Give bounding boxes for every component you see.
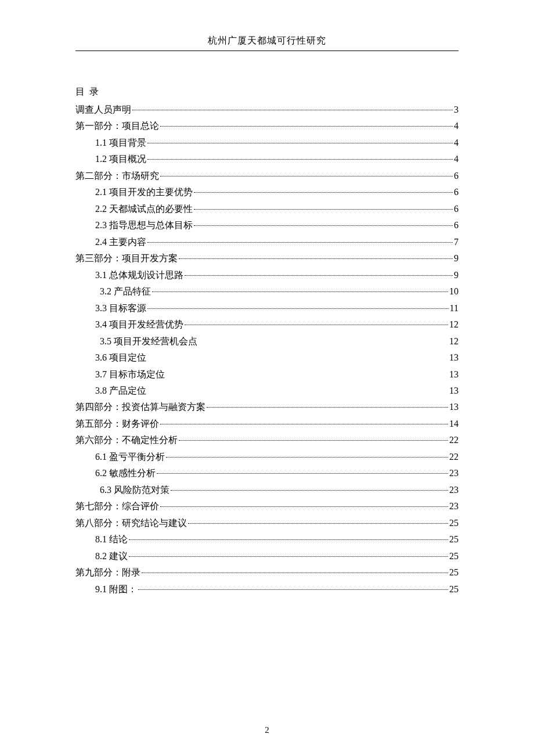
page-number: 2 [0,725,534,735]
toc-entry-label: 2.3 指导思想与总体目标 [95,217,193,233]
toc-entry: 第四部分：投资估算与融资方案13 [75,399,459,415]
toc-entry: 3.1 总体规划设计思路9 [75,267,459,283]
toc-leader-dots [188,523,448,524]
toc-entry-page: 25 [449,531,459,548]
toc-entry: 调查人员声明3 [75,102,459,118]
toc-leader-dots [194,192,453,193]
toc-entry-page: 25 [449,548,459,564]
table-of-contents: 调查人员声明3第一部分：项目总论41.1 项目背景41.2 项目概况4第二部分：… [75,102,459,597]
toc-entry-page: 4 [454,151,459,167]
toc-entry-page: 25 [449,564,459,581]
toc-entry: 9.1 附图：25 [75,581,459,597]
toc-entry-page: 12 [449,316,459,333]
toc-entry-page: 6 [454,201,459,217]
toc-entry-label: 2.1 项目开发的主要优势 [95,184,193,200]
toc-leader-dots [147,159,453,160]
toc-leader-dots [129,556,448,557]
toc-entry: 2.1 项目开发的主要优势6 [75,184,459,200]
toc-entry-page: 6 [454,217,459,233]
toc-entry-label: 6.1 盈亏平衡分析 [95,449,165,465]
toc-entry-label: 3.2 产品特征 [100,283,151,300]
toc-entry-label: 第四部分：投资估算与融资方案 [75,399,205,415]
toc-entry-label: 9.1 附图： [95,581,137,597]
toc-leader-dots [147,143,453,143]
toc-entry-page: 23 [449,498,459,514]
page-content: 杭州广厦天都城可行性研究 目 录 调查人员声明3第一部分：项目总论41.1 项目… [0,0,534,597]
toc-entry-label: 2.2 天都城试点的必要性 [95,201,193,217]
toc-entry-page: 25 [449,515,459,531]
toc-entry: 3.5 项目开发经营机会点12 [75,333,459,350]
toc-leader-dots [166,457,448,458]
toc-entry-page: 13 [449,399,459,415]
toc-entry-page: 6 [454,184,459,200]
toc-leader-dots [185,325,448,325]
toc-entry-label: 3.7 目标市场定位 [95,366,165,383]
running-header: 杭州广厦天都城可行性研究 [75,35,459,51]
toc-entry-label: 1.1 项目背景 [95,135,146,151]
toc-leader-dots [207,407,448,408]
toc-entry-label: 第二部分：市场研究 [75,168,159,184]
toc-entry-label: 第六部分：不确定性分析 [75,432,178,448]
toc-entry-label: 6.2 敏感性分析 [95,465,156,481]
toc-leader-dots [147,308,449,309]
toc-entry-label: 3.8 产品定位 [95,383,146,399]
toc-leader-dots [152,291,448,292]
toc-entry: 第三部分：项目开发方案9 [75,250,459,267]
toc-leader-dots [160,176,453,177]
toc-entry: 6.2 敏感性分析23 [75,465,459,481]
toc-entry: 3.2 产品特征10 [75,283,459,300]
toc-leader-dots [160,506,448,507]
toc-entry-page: 10 [449,283,459,300]
toc-entry: 3.6 项目定位13 [75,350,459,366]
toc-entry-label: 第八部分：研究结论与建议 [75,515,187,531]
toc-entry-label: 3.4 项目开发经营优势 [95,316,183,333]
toc-entry-page: 6 [454,168,459,184]
toc-entry-page: 9 [454,250,459,267]
toc-leader-dots [147,242,453,243]
toc-heading: 目 录 [75,86,459,98]
toc-entry-page: 22 [449,432,459,448]
toc-entry-label: 第一部分：项目总论 [75,118,159,134]
toc-entry-page: 3 [454,102,459,118]
toc-leader-dots [179,440,448,441]
toc-entry: 第七部分：综合评价23 [75,498,459,514]
toc-entry: 3.8 产品定位13 [75,383,459,399]
toc-entry-label: 8.2 建议 [95,548,128,564]
toc-leader-dots [138,589,448,590]
toc-entry-label: 6.3 风险防范对策 [100,482,169,498]
toc-entry-page: 25 [449,581,459,597]
toc-leader-dots [160,424,448,424]
toc-entry-label: 3.1 总体规划设计思路 [95,267,183,283]
toc-entry-page: 23 [449,482,459,498]
toc-entry-page: 7 [454,234,459,250]
toc-leader-dots [185,275,453,276]
toc-entry-label: 8.1 结论 [95,531,128,548]
toc-leader-dots [171,490,448,491]
toc-entry: 6.3 风险防范对策23 [75,482,459,498]
toc-leader-dots [160,126,453,127]
toc-entry: 8.1 结论25 [75,531,459,548]
toc-entry-label: 1.2 项目概况 [95,151,146,167]
toc-entry-page: 14 [449,416,459,432]
toc-entry: 第二部分：市场研究6 [75,168,459,184]
toc-leader-dots [132,110,453,110]
toc-entry: 第六部分：不确定性分析22 [75,432,459,448]
toc-entry: 3.7 目标市场定位13 [75,366,459,383]
toc-entry: 1.1 项目背景4 [75,135,459,151]
toc-entry: 3.4 项目开发经营优势12 [75,316,459,333]
toc-entry-label: 第五部分：财务评价 [75,416,159,432]
toc-entry: 2.2 天都城试点的必要性6 [75,201,459,217]
toc-entry: 第九部分：附录25 [75,564,459,581]
toc-entry: 第五部分：财务评价14 [75,416,459,432]
toc-leader-dots [179,258,453,259]
toc-entry-page: 13 [449,383,459,399]
toc-entry: 1.2 项目概况4 [75,151,459,167]
toc-entry-label: 3.5 项目开发经营机会点 [100,333,197,350]
toc-entry: 6.1 盈亏平衡分析22 [75,449,459,465]
toc-entry: 8.2 建议25 [75,548,459,564]
toc-entry-page: 4 [454,118,459,134]
toc-entry-label: 3.6 项目定位 [95,350,146,366]
toc-entry-page: 13 [449,366,459,383]
toc-leader-dots [129,539,448,540]
toc-entry-page: 22 [449,449,459,465]
